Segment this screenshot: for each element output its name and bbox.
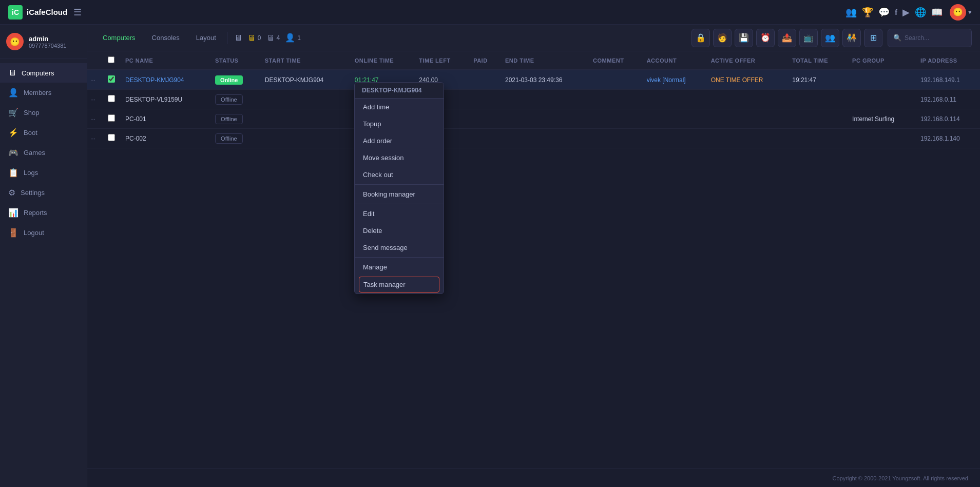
sidebar-item-computers-label: Computers: [22, 69, 54, 77]
status-badge-offline: Offline: [215, 133, 243, 144]
screen-button[interactable]: 📺: [799, 29, 818, 47]
logout-icon: 🚪: [8, 228, 18, 238]
status-monitor-num: 4: [277, 34, 280, 42]
ip-address-cell: 192.168.0.11: [915, 90, 980, 109]
sidebar-item-computers[interactable]: 🖥 Computers: [0, 63, 87, 83]
user-lock-button[interactable]: 🧑: [713, 29, 732, 47]
select-all-checkbox[interactable]: [108, 56, 114, 63]
sidebar-item-logs[interactable]: 📋 Logs: [0, 163, 87, 183]
col-ip-address: IP ADDRESS: [915, 51, 980, 70]
tab-layout[interactable]: Layout: [189, 30, 223, 46]
status-user-icon: 👤 1: [285, 33, 301, 43]
active-offer-cell: [706, 90, 787, 109]
main-layout: 😶 admin 097778704381 🖥 Computers 👤 Membe…: [0, 25, 980, 487]
context-menu-task-manager[interactable]: Task manager: [359, 277, 439, 293]
users-red-icon[interactable]: 👥: [846, 7, 857, 18]
status-icons-group: 🖥 🖥 0 🖥 4 👤 1: [234, 33, 301, 43]
table-row[interactable]: ··· PC-001 Offline Internet Surfing 192.…: [87, 109, 980, 129]
table-row[interactable]: ··· DESKTOP-KMJG904 Online DESKTOP-KMJG9…: [87, 70, 980, 90]
sidebar-item-members-label: Members: [24, 89, 51, 96]
col-online-time: ONLINE TIME: [350, 51, 414, 70]
sidebar-item-reports-label: Reports: [24, 209, 47, 217]
computers-icon: 🖥: [8, 68, 16, 77]
sidebar: 😶 admin 097778704381 🖥 Computers 👤 Membe…: [0, 25, 87, 487]
main-content: Computers Consoles Layout 🖥 🖥 0 🖥 4 👤: [87, 25, 980, 487]
status-cell: Online: [210, 70, 260, 90]
user-group-button[interactable]: 🧑‍🤝‍🧑: [842, 29, 861, 47]
table-row[interactable]: ··· DESKTOP-VL9159U Offline 192.168.0.11: [87, 90, 980, 109]
book-icon[interactable]: 📖: [931, 7, 943, 18]
trophy-icon[interactable]: 🏆: [862, 7, 873, 18]
search-input[interactable]: [905, 34, 966, 42]
paid-cell: [468, 129, 500, 148]
boot-icon: ⚡: [8, 128, 18, 138]
save-icon: 💾: [739, 33, 749, 43]
logo-icon: iC: [8, 5, 23, 20]
pc-group-cell: [847, 129, 915, 148]
context-menu-delete[interactable]: Delete: [355, 222, 444, 239]
row-dots[interactable]: ···: [87, 90, 103, 109]
facebook-icon[interactable]: f: [895, 8, 897, 16]
row-checkbox[interactable]: [108, 95, 115, 102]
sidebar-item-reports[interactable]: 📊 Reports: [0, 203, 87, 223]
chat-icon[interactable]: 💬: [878, 7, 890, 18]
context-menu-edit[interactable]: Edit: [355, 205, 444, 222]
monitor-icon: 🖥: [234, 33, 242, 43]
youtube-icon[interactable]: ▶: [902, 7, 910, 18]
lock-icon: 🔒: [696, 33, 706, 43]
sidebar-item-boot[interactable]: ⚡ Boot: [0, 123, 87, 143]
lock-button[interactable]: 🔒: [691, 29, 710, 47]
col-dots-header: [87, 51, 103, 70]
ip-address-cell: 192.168.1.140: [915, 129, 980, 148]
timer-button[interactable]: ⏰: [756, 29, 775, 47]
add-user-button[interactable]: 👥: [821, 29, 839, 47]
tab-consoles[interactable]: Consoles: [145, 30, 187, 46]
row-checkbox[interactable]: [108, 114, 115, 122]
topbar-icons: 👥 🏆 💬 f ▶ 🌐 📖: [846, 7, 943, 18]
globe-icon[interactable]: 🌐: [915, 7, 926, 18]
row-dots[interactable]: ···: [87, 70, 103, 90]
paid-cell: [468, 70, 500, 90]
context-menu-check-out[interactable]: Check out: [355, 166, 444, 183]
avatar-caret[interactable]: ▾: [968, 8, 972, 16]
context-menu-send-message[interactable]: Send message: [355, 239, 444, 256]
sidebar-item-shop[interactable]: 🛒 Shop: [0, 103, 87, 123]
context-menu-manage[interactable]: Manage: [355, 259, 444, 276]
save-button[interactable]: 💾: [735, 29, 753, 47]
context-menu-topup[interactable]: Topup: [355, 115, 444, 132]
search-box[interactable]: 🔍: [888, 29, 972, 47]
user-avatar[interactable]: 😶: [950, 4, 966, 21]
context-menu-add-order[interactable]: Add order: [355, 132, 444, 149]
status-cell: Offline: [210, 109, 260, 129]
status-badge-offline: Offline: [215, 94, 243, 105]
hamburger-button[interactable]: ☰: [73, 7, 82, 18]
sidebar-item-logout[interactable]: 🚪 Logout: [0, 223, 87, 243]
row-dots[interactable]: ···: [87, 129, 103, 148]
context-menu-booking-manager[interactable]: Booking manager: [355, 186, 444, 203]
export-button[interactable]: 📤: [778, 29, 796, 47]
row-checkbox-cell: [103, 90, 120, 109]
timer-icon: ⏰: [760, 33, 771, 43]
status-all-icon: 🖥: [234, 33, 242, 43]
end-time-cell: 2021-03-03 23:49:36: [500, 70, 588, 90]
status-yellow-count: 0: [258, 34, 261, 42]
user-group-icon: 🧑‍🤝‍🧑: [847, 33, 857, 43]
sidebar-user-avatar: 😶: [6, 33, 24, 50]
row-checkbox[interactable]: [108, 75, 115, 83]
table-row[interactable]: ··· PC-002 Offline 192.168.1.140: [87, 129, 980, 148]
tab-computers[interactable]: Computers: [95, 30, 143, 46]
account-cell: vivek [Normal]: [642, 70, 706, 90]
sidebar-item-games[interactable]: 🎮 Games: [0, 143, 87, 163]
pc-group-cell: [847, 70, 915, 90]
logo[interactable]: iC iCafeCloud: [8, 5, 67, 20]
context-menu-move-session[interactable]: Move session: [355, 149, 444, 166]
logo-text: iCafeCloud: [27, 8, 67, 16]
context-menu-add-time[interactable]: Add time: [355, 99, 444, 115]
row-checkbox[interactable]: [108, 134, 115, 141]
end-time-cell: [500, 90, 588, 109]
grid-button[interactable]: ⊞: [864, 29, 882, 47]
sidebar-item-settings[interactable]: ⚙ Settings: [0, 183, 87, 203]
sidebar-item-members[interactable]: 👤 Members: [0, 83, 87, 103]
row-dots[interactable]: ···: [87, 109, 103, 129]
col-status: STATUS: [210, 51, 260, 70]
